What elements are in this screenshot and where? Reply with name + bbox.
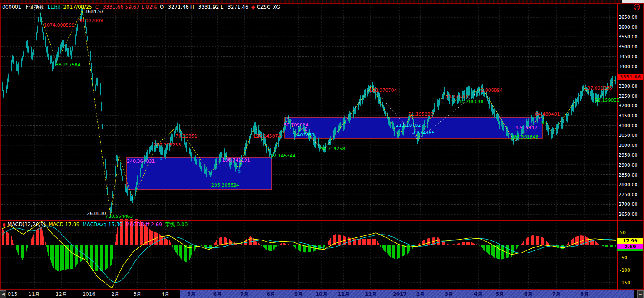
- time-axis-label: 12月: [365, 291, 377, 297]
- sad-face-icon[interactable]: ☹: [633, 3, 641, 11]
- price-axis-label: 3150.00: [619, 114, 638, 118]
- annotation: 295.206624: [211, 183, 239, 187]
- indicator-name[interactable]: CZSC_XG: [257, 4, 280, 10]
- macd-axis-label: -150: [620, 280, 630, 285]
- time-axis-label: 11月: [338, 291, 350, 297]
- scroll-right-button[interactable]: ↔: [637, 290, 644, 298]
- zeroline-value-label: 零线 0.00: [165, 222, 188, 227]
- time-axis-label: 4月: [161, 291, 170, 297]
- price-axis-label: 3400.00: [619, 64, 638, 69]
- macdavg-value-label: MACDAvg 15.30: [82, 222, 122, 227]
- annotation: 30.288048: [459, 99, 484, 104]
- price-axis-label: 2950.00: [619, 153, 638, 157]
- time-axis-label: 3月: [445, 291, 453, 297]
- annotation: 0: [541, 120, 544, 125]
- diamond-icon: ◆: [2, 222, 6, 227]
- date-label: 2017/08/25: [63, 4, 92, 10]
- price-axis-label: 3550.00: [619, 35, 638, 39]
- symbol-code: 000001: [2, 4, 21, 10]
- price-axis-label: 3600.00: [619, 25, 638, 30]
- annotation: 76.32351: [175, 134, 198, 139]
- price-axis-label: 3500.00: [619, 45, 638, 49]
- price-axis-label: 2750.00: [619, 192, 638, 197]
- diamond-icon: ◆: [251, 4, 255, 10]
- time-axis-label: 11月: [28, 291, 40, 297]
- price-axis-label: 3250.00: [619, 94, 638, 98]
- time-axis-scrollbar[interactable]: ◀ 01511月12月20162月3月4月5月6月7月8月9月10月11月12月…: [0, 290, 644, 298]
- annotation: 0: [132, 196, 135, 201]
- time-axis-label: 8月: [267, 291, 275, 297]
- time-axis-label: 2月: [111, 291, 119, 297]
- scroll-left-button[interactable]: ◀: [0, 290, 6, 298]
- time-axis-label: 2017: [393, 291, 406, 297]
- annotation: 126.145074: [253, 134, 281, 139]
- macd-header: ◆ MACD(12,26,9)MACD 17.99MACDAvg 15.30MA…: [2, 221, 188, 228]
- macddiff-value-label: MACDDiff 2.69: [126, 222, 162, 227]
- price-axis-label: 2900.00: [619, 163, 638, 167]
- price-axis-label: 2700.00: [619, 202, 638, 207]
- price-axis-label: 2850.00: [619, 173, 638, 177]
- symbol-name: 上证指数: [24, 4, 44, 10]
- macd-axis-label: -100: [620, 268, 630, 273]
- price-axis-label: 3200.00: [619, 104, 638, 108]
- price-axis-label: 3650.00: [619, 15, 638, 20]
- time-axis-label: 2月: [416, 291, 425, 297]
- time-axis-label: 3月: [133, 291, 142, 297]
- annotation: 2.806894: [481, 88, 503, 93]
- annotation: 88.297584: [56, 63, 81, 67]
- annotation: 107.091056: [584, 86, 612, 91]
- time-axis-label: 9月: [294, 291, 303, 297]
- annotation: 730.554463: [105, 214, 133, 219]
- macd-value-tag: 17.99: [617, 238, 643, 244]
- period-label[interactable]: 1日线: [47, 4, 61, 10]
- annotation: 23.159033: [595, 98, 620, 103]
- annotation: 2.534785: [413, 131, 435, 135]
- time-axis-label: 5月: [187, 291, 195, 297]
- annotation: 4.939442: [515, 125, 538, 130]
- price-axis-label: 3450.00: [619, 54, 638, 59]
- panel-divider: [0, 220, 644, 221]
- ohlc-label: O=3271.46 H=3331.92 L=3271.46: [160, 4, 248, 10]
- chart-header: 000001上证指数1日线2017/08/25C=3331.66 59.67 1…: [2, 4, 280, 11]
- annotation: 0: [160, 157, 162, 161]
- annotation: 2638.30: [87, 211, 106, 216]
- annotation: 0: [238, 169, 241, 174]
- annotation: 1074.000599: [44, 23, 74, 28]
- macd-zero-tag: [617, 249, 643, 251]
- macd-diff-tag: 2.69: [617, 244, 643, 249]
- annotation: 297.203233: [153, 143, 181, 147]
- time-axis-label: 4月: [474, 291, 482, 297]
- annotation: 212.18782: [396, 123, 421, 128]
- annotation: 240.364031: [127, 159, 155, 164]
- price-axis-label: 2650.00: [619, 212, 638, 217]
- time-axis-label: 2016: [83, 291, 96, 297]
- last-price-tag: 3331.66: [617, 74, 643, 80]
- annotation: 0: [304, 127, 307, 131]
- annotation: 31.195286: [408, 112, 434, 116]
- price-axis-label: 2800.00: [619, 182, 638, 187]
- time-axis-label: 6月: [524, 291, 532, 297]
- annotation: 106.741191: [222, 158, 250, 162]
- annotation: 187.591648: [511, 135, 538, 139]
- time-axis-label: 7月: [240, 291, 248, 297]
- annotation: 84.480481: [535, 112, 560, 116]
- macd-title[interactable]: MACD(12,26,9): [8, 222, 46, 227]
- time-axis-label: 5月: [496, 291, 504, 297]
- annotation: 48.087009: [78, 18, 103, 23]
- macd-value-label: MACD 17.99: [48, 222, 79, 227]
- close-change-label: C=3331.66 59.67 1.82%: [95, 4, 157, 10]
- annotation: 193.070704: [369, 88, 397, 93]
- time-axis-label: 12月: [56, 291, 67, 297]
- time-axis-label: 7月: [552, 291, 560, 297]
- frame-left: [0, 3, 1, 289]
- annotation: 134.226331: [442, 94, 470, 99]
- macd-axis-label: 50: [620, 230, 626, 235]
- annotation: 1.402851: [293, 133, 315, 137]
- time-axis-label: 8月: [581, 291, 589, 297]
- time-axis-label: 10月: [316, 291, 328, 297]
- price-axis-label: 3100.00: [619, 124, 638, 128]
- macd-axis-label: -50: [620, 255, 627, 260]
- time-axis-label: 015: [8, 291, 18, 297]
- annotation: 72.145344: [271, 154, 296, 158]
- annotation: 96.719758: [320, 146, 345, 151]
